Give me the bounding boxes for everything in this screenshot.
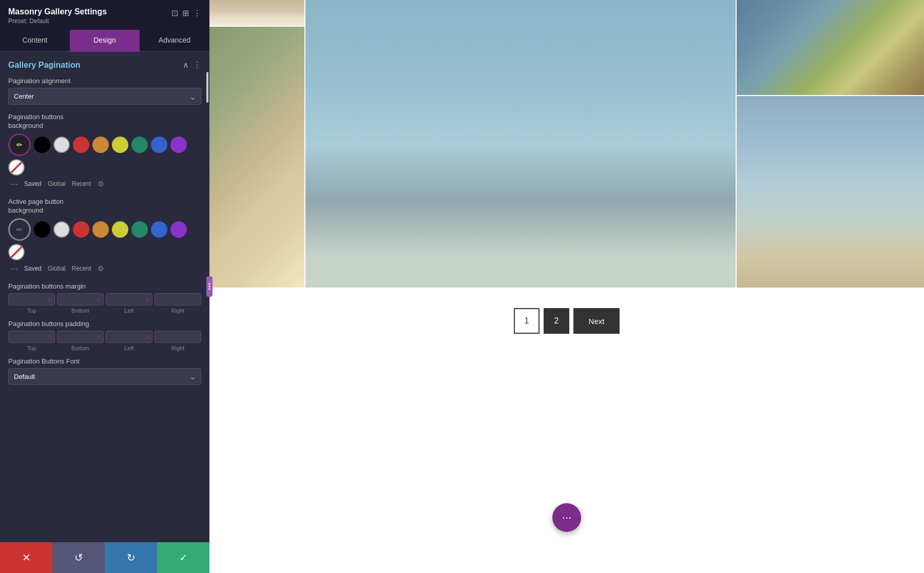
gallery-image-pier (737, 96, 924, 288)
content-area: 1 2 Next ··· (209, 0, 924, 573)
font-select[interactable]: Default System Custom (8, 368, 201, 385)
panel-preset: Preset: Default (8, 17, 171, 25)
active-bg-subtabs: ··· Saved Global Recent ⚙ (8, 263, 201, 274)
more-icon[interactable]: ⋮ (193, 8, 201, 18)
margin-top-label: Top (8, 308, 55, 314)
color-yellow-2[interactable] (112, 221, 128, 238)
margin-top-input[interactable] (11, 296, 40, 302)
color-green-1[interactable] (131, 137, 148, 153)
padding-top-link-icon[interactable]: ⛓ (48, 334, 52, 339)
margin-label: Pagination buttons margin (8, 282, 201, 290)
page-1-button[interactable]: 1 (514, 308, 540, 334)
margin-right-input[interactable] (157, 296, 186, 302)
margin-top-link-icon[interactable]: ⛓ (48, 297, 52, 302)
color-purple-2[interactable] (170, 221, 187, 238)
padding-right-cell (155, 331, 201, 343)
tab-content[interactable]: Content (0, 30, 70, 52)
redo-button[interactable]: ↻ (105, 542, 157, 573)
margin-left-input[interactable] (108, 296, 138, 302)
next-button[interactable]: Next (573, 308, 620, 334)
tab-design[interactable]: Design (70, 30, 140, 52)
margin-bottom-link-icon[interactable]: ⛓ (97, 297, 101, 302)
color-white-1[interactable] (53, 137, 70, 153)
undo-button[interactable]: ↺ (52, 542, 105, 573)
padding-left-link-icon[interactable]: ⛓ (145, 334, 150, 339)
screen-icon[interactable]: ⊡ (171, 8, 178, 18)
gallery-image-sand (209, 0, 304, 26)
active-color-picker-2[interactable]: ✏ (8, 218, 31, 241)
color-tab-global-1[interactable]: Global (48, 180, 66, 187)
padding-bottom-cell: ⛓ (57, 331, 104, 343)
color-purple-1[interactable] (170, 137, 187, 153)
alignment-select[interactable]: Center Left Right (8, 88, 201, 105)
color-green-2[interactable] (131, 221, 148, 238)
gear-icon-2[interactable]: ⚙ (98, 264, 104, 273)
tab-advanced[interactable]: Advanced (140, 30, 209, 52)
dots-icon-1[interactable]: ··· (10, 179, 18, 189)
section-collapse-icon[interactable]: ∧ (183, 60, 189, 70)
color-blue-1[interactable] (151, 137, 167, 153)
color-orange-1[interactable] (92, 137, 109, 153)
gallery-col-right (737, 0, 924, 288)
section-header: Gallery Pagination ∧ ⋮ (8, 60, 201, 70)
section-controls: ∧ ⋮ (183, 60, 201, 70)
settings-panel: Masonry Gallery Settings Preset: Default… (0, 0, 209, 573)
pencil-icon-2: ✏ (16, 225, 23, 234)
padding-top-cell: ⛓ (8, 331, 55, 343)
margin-left-link-icon[interactable]: ⛓ (145, 297, 150, 302)
padding-top-input[interactable] (11, 334, 40, 340)
gallery-image-fence (209, 27, 304, 288)
margin-right-cell (155, 293, 201, 305)
padding-right-label: Right (155, 345, 201, 351)
color-yellow-1[interactable] (112, 137, 128, 153)
padding-bottom-label: Bottom (57, 345, 104, 351)
fab-button[interactable]: ··· (552, 503, 581, 532)
color-tab-recent-2[interactable]: Recent (72, 265, 91, 272)
alignment-select-wrapper: Center Left Right ⌄ (8, 88, 201, 105)
gallery-image-cliff (737, 0, 924, 95)
color-none-1[interactable] (8, 159, 25, 176)
panel-title: Masonry Gallery Settings (8, 7, 171, 16)
color-red-2[interactable] (73, 221, 89, 238)
gallery-grid (209, 0, 924, 288)
active-bg-section: Active page button background ✏ ··· Sav (8, 198, 201, 274)
color-red-1[interactable] (73, 137, 89, 153)
padding-right-input[interactable] (157, 334, 186, 340)
gear-icon-1[interactable]: ⚙ (98, 180, 104, 188)
color-orange-2[interactable] (92, 221, 109, 238)
padding-left-cell: ⛓ (106, 331, 152, 343)
color-tab-saved-1[interactable]: Saved (24, 180, 42, 187)
color-tab-global-2[interactable]: Global (48, 265, 66, 272)
section-menu-icon[interactable]: ⋮ (193, 60, 201, 70)
font-select-wrapper: Default System Custom ⌄ (8, 368, 201, 385)
color-white-2[interactable] (53, 221, 70, 238)
color-none-2[interactable] (8, 244, 25, 260)
cancel-button[interactable]: ✕ (0, 542, 52, 573)
panel-content: Gallery Pagination ∧ ⋮ Pagination alignm… (0, 52, 209, 542)
page-2-button[interactable]: 2 (544, 308, 569, 334)
columns-icon[interactable]: ⊞ (182, 8, 189, 18)
color-blue-2[interactable] (151, 221, 167, 238)
buttons-bg-label: Pagination buttons background (8, 113, 201, 130)
margin-labels: Top Bottom Left Right (8, 308, 201, 314)
pencil-icon-1: ✏ (16, 141, 23, 149)
buttons-bg-color-row: ✏ (8, 133, 201, 176)
padding-left-input[interactable] (108, 334, 138, 340)
padding-inputs: ⛓ ⛓ ⛓ (8, 331, 201, 343)
color-tab-saved-2[interactable]: Saved (24, 265, 42, 272)
gallery-col-center (305, 0, 736, 288)
save-button[interactable]: ✓ (157, 542, 209, 573)
color-black-2[interactable] (34, 221, 50, 238)
dots-icon-2[interactable]: ··· (10, 263, 18, 274)
color-black-1[interactable] (34, 137, 50, 153)
margin-bottom-label: Bottom (57, 308, 104, 314)
margin-bottom-input[interactable] (60, 296, 89, 302)
active-bg-label: Active page button background (8, 198, 201, 215)
active-color-picker-1[interactable]: ✏ (8, 133, 31, 156)
panel-title-area: Masonry Gallery Settings Preset: Default (8, 7, 171, 25)
svg-point-1 (208, 285, 210, 288)
panel-resize-handle[interactable] (206, 276, 213, 297)
color-tab-recent-1[interactable]: Recent (72, 180, 91, 187)
padding-bottom-input[interactable] (60, 334, 89, 340)
padding-bottom-link-icon[interactable]: ⛓ (97, 334, 101, 339)
